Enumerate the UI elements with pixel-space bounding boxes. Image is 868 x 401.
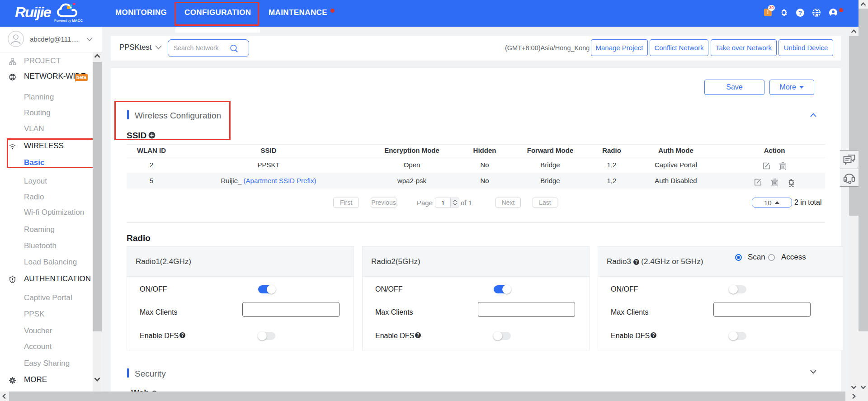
svg-text:?: ? [798, 9, 802, 16]
